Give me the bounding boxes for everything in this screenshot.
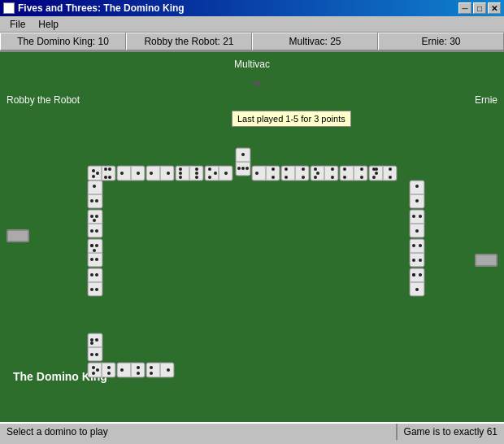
svg-point-33	[208, 168, 211, 171]
svg-point-99	[93, 219, 96, 222]
svg-point-27	[241, 153, 245, 156]
svg-point-113	[95, 273, 98, 276]
svg-point-88	[412, 273, 415, 276]
svg-point-4	[92, 175, 95, 178]
score-cell-2: Multivac: 25	[252, 33, 378, 50]
svg-point-57	[343, 168, 346, 171]
svg-point-12	[137, 172, 140, 175]
svg-point-133	[137, 366, 140, 369]
svg-point-15	[150, 172, 153, 175]
minimize-button[interactable]: ─	[458, 2, 471, 14]
svg-point-3	[96, 172, 99, 175]
svg-point-137	[167, 368, 170, 372]
svg-point-75	[412, 215, 415, 218]
svg-point-121	[90, 353, 93, 356]
svg-point-76	[419, 215, 422, 218]
svg-point-7	[104, 176, 107, 179]
svg-point-46	[302, 168, 305, 171]
score-cell-0: The Domino King: 10	[0, 33, 126, 50]
svg-point-109	[95, 258, 98, 261]
title-bar-buttons: ─ □ ✕	[458, 2, 501, 14]
svg-point-34	[208, 176, 211, 179]
svg-point-97	[90, 215, 93, 218]
svg-point-125	[92, 366, 95, 369]
svg-point-126	[96, 368, 99, 372]
svg-point-22	[195, 168, 198, 171]
svg-point-45	[285, 176, 288, 179]
score-bar: The Domino King: 10 Robby the Robot: 21 …	[0, 33, 504, 52]
svg-point-40	[272, 168, 275, 171]
maximize-button[interactable]: □	[473, 2, 486, 14]
svg-point-41	[272, 176, 275, 179]
status-left: Select a domino to play	[0, 424, 398, 440]
svg-point-2	[92, 169, 95, 172]
svg-point-119	[95, 338, 98, 342]
svg-point-105	[95, 244, 98, 247]
svg-point-11	[120, 172, 124, 175]
svg-point-94	[95, 199, 98, 202]
title-bar-icon: ♟	[3, 2, 15, 14]
svg-point-19	[179, 168, 182, 171]
svg-point-92	[93, 185, 96, 188]
svg-point-139	[150, 372, 153, 375]
svg-point-101	[95, 229, 98, 233]
svg-point-106	[90, 244, 93, 247]
svg-point-8	[108, 176, 111, 179]
score-cell-3: Ernie: 30	[378, 33, 504, 50]
svg-point-67	[389, 168, 392, 171]
board-svg	[0, 52, 504, 422]
menu-file[interactable]: File	[3, 17, 32, 32]
svg-point-36	[224, 172, 228, 175]
svg-point-52	[314, 176, 317, 179]
svg-point-120	[90, 342, 93, 345]
svg-point-60	[360, 176, 363, 179]
svg-point-44	[285, 168, 288, 171]
svg-point-122	[95, 353, 98, 356]
svg-point-115	[95, 288, 98, 291]
svg-point-100	[90, 229, 93, 233]
svg-point-5	[104, 168, 107, 171]
svg-point-112	[90, 273, 93, 276]
svg-point-118	[90, 338, 93, 342]
svg-point-107	[93, 249, 96, 252]
menu-help[interactable]: Help	[32, 17, 65, 32]
svg-point-51	[316, 172, 319, 175]
svg-point-127	[92, 372, 95, 375]
svg-point-64	[375, 172, 378, 175]
menu-bar: File Help	[0, 16, 504, 33]
svg-point-89	[415, 288, 419, 291]
svg-point-59	[360, 168, 363, 171]
svg-point-93	[90, 199, 93, 202]
svg-point-20	[179, 172, 182, 175]
svg-point-81	[419, 244, 422, 247]
svg-point-23	[195, 172, 198, 175]
svg-point-29	[237, 167, 241, 170]
svg-point-129	[107, 372, 111, 375]
svg-point-21	[179, 176, 182, 179]
svg-point-39	[255, 172, 259, 175]
svg-point-35	[214, 172, 217, 175]
svg-point-132	[120, 368, 124, 372]
status-bar: Select a domino to play Game is to exact…	[0, 422, 504, 440]
svg-point-50	[314, 168, 317, 171]
svg-point-6	[108, 168, 111, 171]
svg-point-134	[137, 372, 140, 375]
title-bar: ♟ Fives and Threes: The Domino King ─ □ …	[0, 0, 504, 16]
svg-point-24	[195, 176, 198, 179]
score-cell-1: Robby the Robot: 21	[126, 33, 252, 50]
svg-point-47	[302, 176, 305, 179]
svg-point-114	[90, 288, 93, 291]
close-button[interactable]: ✕	[488, 2, 501, 14]
game-area: Multivac Robby the Robot Ernie The Domin…	[0, 52, 504, 422]
svg-point-66	[375, 168, 378, 171]
svg-point-53	[331, 168, 334, 171]
svg-point-71	[415, 185, 419, 188]
svg-point-72	[415, 199, 419, 202]
svg-point-80	[412, 244, 415, 247]
svg-point-98	[95, 215, 98, 218]
status-right: Game is to exactly 61	[398, 424, 504, 440]
svg-point-30	[245, 167, 249, 170]
tooltip: Last played 1-5 for 3 points	[232, 111, 351, 127]
svg-point-138	[150, 366, 153, 369]
svg-point-128	[107, 366, 111, 369]
